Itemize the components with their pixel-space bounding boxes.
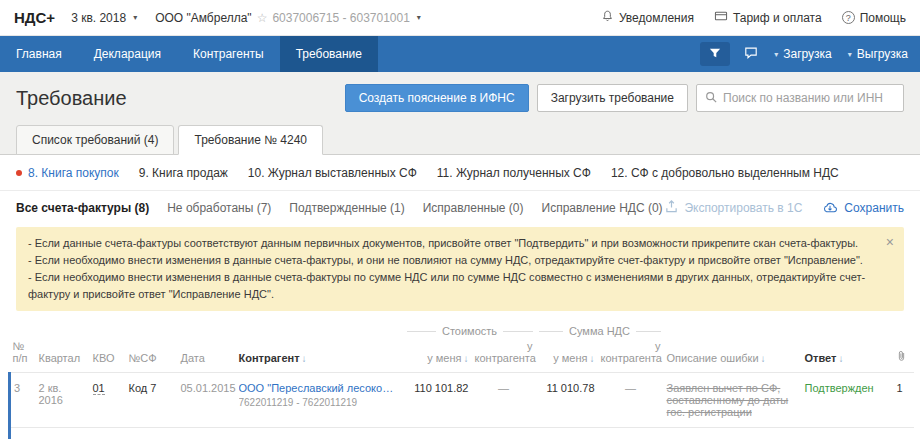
nav-tab-declaration[interactable]: Декларация	[78, 36, 177, 72]
bell-icon	[601, 10, 614, 26]
row-vat-mine: 11 010.78	[536, 428, 598, 439]
period-selector[interactable]: 3 кв. 2018 ▾	[71, 11, 137, 25]
column-header-answer[interactable]: Ответ↓	[802, 337, 894, 373]
column-header-counterparty[interactable]: Контрагент↓	[236, 337, 404, 373]
row-sf: Код 7	[126, 373, 178, 428]
filter-vat-correction[interactable]: Исправление НДС (0)	[542, 201, 663, 215]
section-label: 8. Книга покупок	[28, 166, 119, 180]
banner-line: - Если необходимо внести изменения в дан…	[28, 269, 874, 303]
answer-status: Подтвержден	[805, 382, 874, 394]
app-window: НДС+ 3 кв. 2018 ▾ ООО "Амбрелла" ☆ 60370…	[0, 0, 920, 439]
tab-requirements-list[interactable]: Список требований (4)	[16, 125, 174, 155]
nav-tab-main[interactable]: Главная	[0, 36, 78, 72]
row-num: 3	[10, 373, 36, 428]
row-vat-theirs: —	[598, 428, 664, 439]
row-counterparty: ООО "Переславский лесокомбинат... 762201…	[236, 373, 404, 428]
export-icon	[665, 200, 678, 216]
invoices-table: Стоимость Сумма НДС № п/п Квартал КВО №С…	[8, 321, 914, 439]
column-header-num: № п/п	[10, 337, 36, 373]
section-purchase-book[interactable]: 8. Книга покупок	[16, 166, 119, 180]
section-sales-book[interactable]: 9. Книга продаж	[139, 166, 228, 180]
page-header-zone: Требование Создать пояснение в ИФНС Загр…	[0, 72, 920, 154]
section-voluntary-vat-sf[interactable]: 12. СФ с добровольно выделенным НДС	[611, 166, 839, 180]
paperclip-icon	[897, 352, 906, 364]
filter-unprocessed[interactable]: Не обработаны (7)	[167, 201, 271, 215]
tariff-button[interactable]: Тариф и оплата	[714, 10, 822, 25]
column-header-date: Дата	[178, 337, 236, 373]
page-title: Требование	[16, 87, 127, 110]
row-quarter: 2 кв. 2016	[36, 428, 90, 439]
sort-down-icon: ↓	[590, 353, 595, 364]
sort-down-icon: ↓	[761, 353, 766, 364]
tab-requirement-4240[interactable]: Требование № 4240	[178, 125, 323, 155]
row-vat-mine: 11 010.78	[536, 373, 598, 428]
chevron-down-icon: ▾	[774, 50, 778, 59]
column-group-cost: Стоимость	[407, 325, 533, 337]
save-button[interactable]: Сохранить	[822, 201, 904, 216]
column-header-vat-theirs: у контрагента	[598, 337, 664, 373]
company-selector[interactable]: ООО "Амбрелла" ☆ 6037006715 - 603701001 …	[155, 11, 421, 25]
upload-dropdown[interactable]: ▾ Загрузка	[772, 47, 832, 61]
help-label: Помощь	[860, 11, 906, 25]
filter-button[interactable]	[700, 42, 730, 66]
notifications-label: Уведомления	[619, 11, 694, 25]
chevron-down-icon: ▾	[133, 13, 137, 22]
column-header-sf: №СФ	[126, 337, 178, 373]
star-icon: ☆	[257, 11, 268, 25]
banner-line: - Если необходимо внести изменения в дан…	[28, 252, 874, 269]
export-1c-button[interactable]: Экспортировать в 1С	[665, 200, 802, 216]
counterparty-link[interactable]: ООО "Переславский лесокомбинат...	[239, 382, 401, 394]
column-header-kvo: КВО	[90, 337, 126, 373]
download-dropdown[interactable]: ▾ Выгрузка	[846, 47, 908, 61]
load-requirement-button[interactable]: Загрузить требование	[537, 84, 688, 112]
kvo-link[interactable]: 01	[93, 382, 105, 395]
create-explanation-button[interactable]: Создать пояснение в ИФНС	[345, 84, 529, 112]
column-header-cost-mine[interactable]: у меня↓	[404, 337, 472, 373]
nav-tab-counterparties[interactable]: Контрагенты	[177, 36, 280, 72]
search-icon	[705, 89, 717, 107]
column-header-vat-mine[interactable]: у меня↓	[536, 337, 598, 373]
funnel-icon	[709, 47, 721, 62]
export-label: Экспортировать в 1С	[684, 201, 802, 215]
attachments-count	[894, 428, 914, 439]
sort-down-icon: ↓	[302, 353, 307, 364]
cloud-download-icon	[822, 201, 838, 216]
row-num: 6	[10, 428, 36, 439]
row-cost-theirs: —	[472, 428, 536, 439]
column-header-cost-theirs: у контрагента	[472, 337, 536, 373]
filter-corrected[interactable]: Исправленные (0)	[423, 201, 524, 215]
main-nav: Главная Декларация Контрагенты Требовани…	[0, 36, 920, 72]
download-label: Выгрузка	[857, 47, 908, 61]
help-icon: ?	[842, 11, 855, 24]
period-label: 3 кв. 2018	[71, 11, 126, 25]
row-date: 13.04.2016	[178, 428, 236, 439]
table-row[interactable]: 6 2 кв. 2016 01 Код 1 13.04.2016 ООО "Пе…	[10, 428, 914, 439]
card-icon	[714, 10, 728, 25]
filter-all-invoices[interactable]: Все счета-фактуры (8)	[16, 201, 149, 215]
row-cost-mine: 110 101.82	[404, 428, 472, 439]
nav-tab-requirement[interactable]: Требование	[280, 36, 378, 72]
filter-confirmed[interactable]: Подтвержденные (1)	[289, 201, 404, 215]
notifications-button[interactable]: Уведомления	[601, 10, 694, 26]
company-name: ООО "Амбрелла"	[155, 11, 251, 25]
row-cost-mine: 110 101.82	[404, 373, 472, 428]
section-issued-sf-journal[interactable]: 10. Журнал выставленных СФ	[248, 166, 417, 180]
close-icon[interactable]: ×	[886, 232, 894, 254]
tariff-label: Тариф и оплата	[733, 11, 822, 25]
column-header-quarter: Квартал	[36, 337, 90, 373]
unprocessed-dot-icon	[16, 170, 22, 176]
column-header-error[interactable]: Описание ошибки↓	[664, 337, 802, 373]
app-logo: НДС+	[14, 9, 55, 26]
help-button[interactable]: ? Помощь	[842, 11, 906, 25]
comments-button[interactable]	[744, 46, 758, 62]
banner-line: - Если данные счета-фактуры соответствую…	[28, 235, 874, 252]
search-box[interactable]	[696, 84, 904, 112]
search-input[interactable]	[723, 91, 895, 105]
filter-bar: Все счета-фактуры (8) Не обработаны (7) …	[0, 191, 920, 225]
attachments-count: 1	[894, 373, 914, 428]
section-received-sf-journal[interactable]: 11. Журнал полученных СФ	[437, 166, 591, 180]
table-row[interactable]: 3 2 кв. 2016 01 Код 7 05.01.2015 ООО "Пе…	[10, 373, 914, 428]
upload-label: Загрузка	[783, 47, 832, 61]
column-header-attachments	[894, 337, 914, 373]
topbar: НДС+ 3 кв. 2018 ▾ ООО "Амбрелла" ☆ 60370…	[0, 0, 920, 36]
